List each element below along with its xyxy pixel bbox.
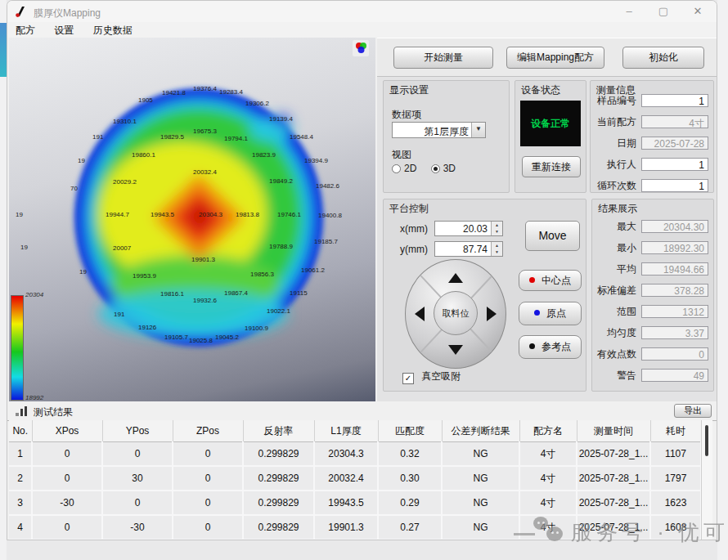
menu-item-settings[interactable]: 设置 bbox=[46, 22, 82, 38]
reference-point-button[interactable]: 参考点 bbox=[519, 335, 582, 359]
table-cell: 1623 bbox=[650, 491, 701, 515]
table-column-header[interactable]: No. bbox=[9, 420, 32, 442]
map-point-label: 19 bbox=[78, 157, 85, 164]
color-palette-icon[interactable] bbox=[353, 40, 369, 56]
radio-2d[interactable] bbox=[392, 164, 401, 173]
data-item-dropdown[interactable]: 第1层厚度 ▼ bbox=[392, 122, 486, 138]
table-column-header[interactable]: 配方名 bbox=[519, 420, 577, 442]
window-title: 膜厚仪Mapping bbox=[34, 7, 101, 20]
table-column-header[interactable]: ZPos bbox=[173, 420, 243, 442]
map-point-label: 19394.9 bbox=[304, 157, 328, 164]
map-point-label: 19185.7 bbox=[314, 238, 338, 245]
menu-item-recipe[interactable]: 配方 bbox=[7, 22, 43, 38]
minimize-button[interactable]: – bbox=[617, 4, 641, 19]
table-column-header[interactable]: YPos bbox=[102, 420, 173, 442]
table-cell: 0.30 bbox=[378, 466, 442, 491]
radio-3d[interactable] bbox=[431, 164, 440, 173]
reconnect-button[interactable]: 重新连接 bbox=[522, 156, 581, 177]
map-point-label: 19283.4 bbox=[219, 88, 243, 96]
table-cell: NG bbox=[442, 442, 519, 467]
center-point-button[interactable]: 中心点 bbox=[519, 270, 582, 291]
table-cell: 2025-07-28_1... bbox=[577, 442, 650, 467]
table-row[interactable]: 40-3000.29982919901.30.27NG4寸2025-07-28_… bbox=[9, 515, 701, 540]
map-point-label: 19816.1 bbox=[160, 290, 184, 298]
spinner-arrows-icon[interactable]: ▲▼ bbox=[491, 242, 502, 256]
bar-chart-icon bbox=[16, 406, 30, 416]
table-cell: NG bbox=[442, 491, 519, 515]
map-point-label: 19421.8 bbox=[162, 89, 186, 96]
sample-no-field[interactable]: 1 bbox=[641, 94, 708, 107]
table-column-header[interactable]: 耗时 bbox=[650, 420, 701, 442]
initialize-button[interactable]: 初始化 bbox=[622, 47, 704, 69]
jog-up-button[interactable] bbox=[448, 273, 463, 283]
map-point-label: 20029.2 bbox=[113, 178, 137, 186]
table-cell: 0 bbox=[32, 515, 102, 540]
table-scrollbar[interactable] bbox=[701, 420, 712, 540]
maximize-button[interactable]: ▢ bbox=[651, 4, 676, 19]
map-point-label: 19045.2 bbox=[215, 334, 239, 341]
x-position-spinner[interactable]: 20.03 ▲▼ bbox=[434, 221, 503, 236]
map-point-label: 19860.1 bbox=[132, 151, 155, 159]
map-point-label: 19932.6 bbox=[193, 297, 217, 304]
table-column-header[interactable]: L1厚度 bbox=[314, 420, 378, 442]
warning-label: 警告 bbox=[595, 369, 641, 383]
table-column-header[interactable]: 匹配度 bbox=[378, 420, 442, 442]
table-cell: 2025-07-28_1... bbox=[577, 466, 650, 491]
device-status-text: 设备正常 bbox=[531, 118, 570, 129]
table-cell: 4寸 bbox=[519, 466, 577, 491]
table-row[interactable]: 203000.29982920032.40.30NG4寸2025-07-28_1… bbox=[9, 466, 701, 491]
map-point-label: 19813.8 bbox=[236, 211, 259, 218]
view-radio-group: 2D 3D bbox=[392, 163, 498, 176]
map-point-label: 19115 bbox=[290, 289, 308, 297]
spinner-arrows-icon[interactable]: ▲▼ bbox=[491, 222, 502, 235]
close-button[interactable]: ✕ bbox=[685, 4, 710, 19]
table-column-header[interactable]: 反射率 bbox=[243, 420, 314, 442]
display-settings-title: 显示设置 bbox=[389, 83, 429, 97]
table-cell: 1107 bbox=[650, 442, 701, 467]
table-cell: 0 bbox=[173, 442, 243, 467]
export-button[interactable]: 导出 bbox=[674, 404, 712, 418]
map-point-label: 19126 bbox=[138, 324, 156, 331]
cycle-count-field[interactable]: 1 bbox=[641, 179, 708, 192]
map-point-label: 19788.9 bbox=[269, 243, 293, 250]
radio-2d-label: 2D bbox=[404, 163, 416, 174]
map-point-label: 19548.4 bbox=[290, 133, 313, 141]
map-point-label: 19025.8 bbox=[189, 337, 213, 344]
operator-field[interactable]: 1 bbox=[641, 158, 708, 171]
table-cell: 4寸 bbox=[519, 515, 577, 540]
jog-right-button[interactable] bbox=[487, 307, 497, 321]
map-point-label: 191 bbox=[114, 311, 124, 318]
table-cell: 0.299829 bbox=[243, 515, 314, 540]
scrollbar-thumb[interactable] bbox=[705, 425, 708, 456]
jog-left-button[interactable] bbox=[415, 307, 425, 321]
uniformity-field: 3.37 bbox=[641, 326, 708, 339]
data-item-label: 数据项 bbox=[392, 108, 421, 122]
origin-point-button[interactable]: 原点 bbox=[519, 302, 582, 325]
move-button[interactable]: Move bbox=[525, 221, 580, 251]
map-point-label: 19139.4 bbox=[269, 115, 293, 123]
table-column-header[interactable]: 测量时间 bbox=[577, 420, 650, 442]
table-column-header[interactable]: 公差判断结果 bbox=[442, 420, 519, 442]
stdev-field: 378.28 bbox=[641, 284, 708, 297]
map-point-label: 1905 bbox=[138, 96, 153, 104]
chevron-down-icon[interactable]: ▼ bbox=[471, 123, 485, 137]
results-group: 结果展示 最大20304.30 最小18992.30 平均19494.66 标准… bbox=[591, 199, 714, 392]
mean-label: 平均 bbox=[595, 262, 641, 276]
jog-down-button[interactable] bbox=[448, 345, 463, 355]
start-measure-button[interactable]: 开始测量 bbox=[393, 47, 493, 69]
vacuum-checkbox[interactable] bbox=[402, 373, 414, 384]
edit-mapping-recipe-button[interactable]: 编辑Mapping配方 bbox=[506, 47, 604, 69]
y-position-spinner[interactable]: 87.74 ▲▼ bbox=[434, 241, 503, 257]
menu-item-history[interactable]: 历史数据 bbox=[85, 22, 141, 38]
y-position-value: 87.74 bbox=[463, 244, 488, 255]
red-dot-icon bbox=[529, 277, 535, 283]
table-row[interactable]: 10000.29982920304.30.32NG4寸2025-07-28_1.… bbox=[9, 442, 701, 467]
table-cell: 0.299829 bbox=[243, 491, 314, 515]
pickup-position-button[interactable]: 取料位 bbox=[434, 291, 478, 335]
wafer-map-canvas[interactable]: 19421.819376.419283.419306.2190519310.11… bbox=[9, 38, 375, 401]
black-dot-icon bbox=[529, 343, 535, 349]
table-column-header[interactable]: XPos bbox=[32, 420, 102, 442]
table-cell: 20032.4 bbox=[314, 466, 378, 491]
table-row[interactable]: 3-30000.29982919943.50.29NG4寸2025-07-28_… bbox=[9, 491, 701, 515]
table-cell: 0 bbox=[102, 442, 173, 467]
